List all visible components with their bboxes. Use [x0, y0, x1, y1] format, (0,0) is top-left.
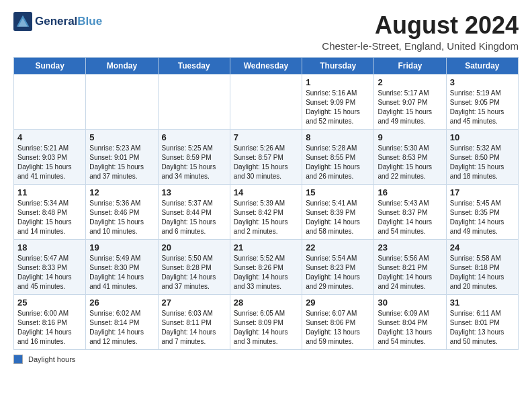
day-info: Sunrise: 6:09 AMSunset: 8:04 PMDaylight:… — [378, 309, 442, 347]
calendar-cell: 4Sunrise: 5:21 AMSunset: 9:03 PMDaylight… — [14, 129, 86, 184]
calendar-cell: 23Sunrise: 5:56 AMSunset: 8:21 PMDayligh… — [374, 239, 446, 294]
calendar-cell: 19Sunrise: 5:49 AMSunset: 8:30 PMDayligh… — [86, 239, 158, 294]
day-info: Sunrise: 5:56 AMSunset: 8:21 PMDaylight:… — [378, 254, 442, 291]
day-number: 2 — [378, 77, 442, 87]
calendar-cell: 22Sunrise: 5:54 AMSunset: 8:23 PMDayligh… — [302, 239, 374, 294]
calendar-cell: 6Sunrise: 5:25 AMSunset: 8:59 PMDaylight… — [158, 129, 230, 184]
calendar-cell: 27Sunrise: 6:03 AMSunset: 8:11 PMDayligh… — [158, 294, 230, 349]
calendar-cell: 20Sunrise: 5:50 AMSunset: 8:28 PMDayligh… — [158, 239, 230, 294]
day-info: Sunrise: 5:36 AMSunset: 8:46 PMDaylight:… — [89, 199, 154, 236]
day-number: 8 — [306, 132, 370, 142]
calendar-cell: 31Sunrise: 6:11 AMSunset: 8:01 PMDayligh… — [446, 294, 518, 349]
calendar-cell: 28Sunrise: 6:05 AMSunset: 8:09 PMDayligh… — [230, 294, 302, 349]
calendar-cell: 29Sunrise: 6:07 AMSunset: 8:06 PMDayligh… — [302, 294, 374, 349]
calendar-cell: 3Sunrise: 5:19 AMSunset: 9:05 PMDaylight… — [446, 74, 518, 129]
weekday-header-monday: Monday — [86, 57, 158, 74]
day-info: Sunrise: 5:34 AMSunset: 8:48 PMDaylight:… — [17, 199, 82, 236]
day-number: 23 — [378, 242, 442, 253]
calendar-cell: 30Sunrise: 6:09 AMSunset: 8:04 PMDayligh… — [374, 294, 446, 349]
calendar-cell: 14Sunrise: 5:39 AMSunset: 8:42 PMDayligh… — [230, 184, 302, 239]
calendar-week-5: 25Sunrise: 6:00 AMSunset: 8:16 PMDayligh… — [14, 294, 519, 349]
day-number: 20 — [162, 242, 226, 253]
calendar-cell: 15Sunrise: 5:41 AMSunset: 8:39 PMDayligh… — [302, 184, 374, 239]
calendar-cell: 18Sunrise: 5:47 AMSunset: 8:33 PMDayligh… — [14, 239, 86, 294]
calendar-cell — [158, 74, 230, 129]
day-number: 31 — [450, 298, 515, 308]
day-info: Sunrise: 6:00 AMSunset: 8:16 PMDaylight:… — [17, 309, 82, 347]
day-number: 3 — [450, 77, 515, 87]
calendar-cell: 9Sunrise: 5:30 AMSunset: 8:53 PMDaylight… — [374, 129, 446, 184]
logo: GeneralBlue — [13, 12, 102, 31]
day-number: 9 — [378, 132, 442, 142]
calendar-cell: 12Sunrise: 5:36 AMSunset: 8:46 PMDayligh… — [86, 184, 158, 239]
calendar-header: SundayMondayTuesdayWednesdayThursdayFrid… — [14, 57, 519, 74]
day-info: Sunrise: 5:49 AMSunset: 8:30 PMDaylight:… — [89, 254, 154, 291]
weekday-header-friday: Friday — [374, 57, 446, 74]
day-info: Sunrise: 6:03 AMSunset: 8:11 PMDaylight:… — [162, 309, 226, 347]
calendar-cell: 17Sunrise: 5:45 AMSunset: 8:35 PMDayligh… — [446, 184, 518, 239]
day-info: Sunrise: 5:47 AMSunset: 8:33 PMDaylight:… — [17, 254, 82, 291]
day-info: Sunrise: 5:43 AMSunset: 8:37 PMDaylight:… — [378, 199, 442, 236]
subtitle: Chester-le-Street, England, United Kingd… — [322, 40, 519, 52]
logo-line2: Blue — [77, 15, 102, 28]
calendar-cell — [86, 74, 158, 129]
day-number: 16 — [378, 187, 442, 197]
day-number: 6 — [162, 132, 226, 142]
weekday-header-thursday: Thursday — [302, 57, 374, 74]
legend-text: Daylight hours — [28, 355, 75, 363]
day-info: Sunrise: 5:39 AMSunset: 8:42 PMDaylight:… — [234, 199, 298, 236]
calendar-cell — [230, 74, 302, 129]
day-number: 14 — [234, 187, 298, 197]
day-info: Sunrise: 6:05 AMSunset: 8:09 PMDaylight:… — [234, 309, 298, 347]
day-info: Sunrise: 5:26 AMSunset: 8:57 PMDaylight:… — [234, 144, 298, 181]
logo-icon — [13, 12, 32, 31]
calendar-cell: 11Sunrise: 5:34 AMSunset: 8:48 PMDayligh… — [14, 184, 86, 239]
day-number: 10 — [450, 132, 515, 142]
calendar-cell: 24Sunrise: 5:58 AMSunset: 8:18 PMDayligh… — [446, 239, 518, 294]
day-number: 24 — [450, 242, 515, 253]
day-info: Sunrise: 6:11 AMSunset: 8:01 PMDaylight:… — [450, 309, 515, 347]
weekday-header-saturday: Saturday — [446, 57, 518, 74]
day-number: 25 — [17, 298, 82, 308]
day-number: 19 — [89, 242, 154, 253]
day-number: 13 — [162, 187, 226, 197]
day-info: Sunrise: 5:28 AMSunset: 8:55 PMDaylight:… — [306, 144, 370, 181]
calendar-cell: 7Sunrise: 5:26 AMSunset: 8:57 PMDaylight… — [230, 129, 302, 184]
weekday-header-wednesday: Wednesday — [230, 57, 302, 74]
day-number: 7 — [234, 132, 298, 142]
day-info: Sunrise: 5:52 AMSunset: 8:26 PMDaylight:… — [234, 254, 298, 291]
calendar-week-3: 11Sunrise: 5:34 AMSunset: 8:48 PMDayligh… — [14, 184, 519, 239]
day-info: Sunrise: 5:21 AMSunset: 9:03 PMDaylight:… — [17, 144, 82, 181]
logo-text: GeneralBlue — [35, 15, 102, 28]
weekday-header-tuesday: Tuesday — [158, 57, 230, 74]
day-info: Sunrise: 5:30 AMSunset: 8:53 PMDaylight:… — [378, 144, 442, 181]
calendar-cell: 10Sunrise: 5:32 AMSunset: 8:50 PMDayligh… — [446, 129, 518, 184]
day-info: Sunrise: 5:16 AMSunset: 9:09 PMDaylight:… — [306, 89, 370, 126]
footer: Daylight hours — [13, 355, 519, 364]
day-info: Sunrise: 5:37 AMSunset: 8:44 PMDaylight:… — [162, 199, 226, 236]
calendar-cell: 5Sunrise: 5:23 AMSunset: 9:01 PMDaylight… — [86, 129, 158, 184]
day-number: 17 — [450, 187, 515, 197]
day-number: 28 — [234, 298, 298, 308]
calendar-body: 1Sunrise: 5:16 AMSunset: 9:09 PMDaylight… — [14, 74, 519, 349]
title-block: August 2024 Chester-le-Street, England, … — [322, 12, 519, 52]
day-number: 1 — [306, 77, 370, 87]
day-info: Sunrise: 5:50 AMSunset: 8:28 PMDaylight:… — [162, 254, 226, 291]
day-number: 4 — [17, 132, 82, 142]
calendar-cell: 8Sunrise: 5:28 AMSunset: 8:55 PMDaylight… — [302, 129, 374, 184]
calendar-cell: 13Sunrise: 5:37 AMSunset: 8:44 PMDayligh… — [158, 184, 230, 239]
day-number: 26 — [89, 298, 154, 308]
legend-box — [13, 355, 23, 364]
calendar-week-2: 4Sunrise: 5:21 AMSunset: 9:03 PMDaylight… — [14, 129, 519, 184]
calendar-cell — [14, 74, 86, 129]
day-number: 21 — [234, 242, 298, 253]
calendar-cell: 1Sunrise: 5:16 AMSunset: 9:09 PMDaylight… — [302, 74, 374, 129]
main-title: August 2024 — [322, 12, 519, 39]
day-info: Sunrise: 5:45 AMSunset: 8:35 PMDaylight:… — [450, 199, 515, 236]
day-number: 11 — [17, 187, 82, 197]
calendar-cell: 16Sunrise: 5:43 AMSunset: 8:37 PMDayligh… — [374, 184, 446, 239]
day-number: 5 — [89, 132, 154, 142]
calendar-week-4: 18Sunrise: 5:47 AMSunset: 8:33 PMDayligh… — [14, 239, 519, 294]
day-number: 15 — [306, 187, 370, 197]
calendar-table: SundayMondayTuesdayWednesdayThursdayFrid… — [13, 57, 519, 350]
